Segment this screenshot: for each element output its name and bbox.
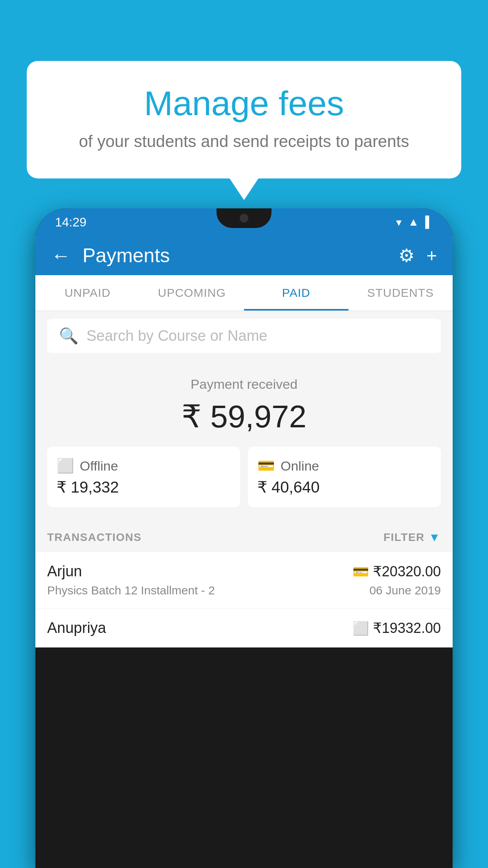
payment-total: ₹ 59,972 <box>47 398 441 435</box>
notch <box>216 208 272 228</box>
filter-button[interactable]: FILTER ▼ <box>383 531 441 544</box>
transaction-amount-row: ⬜ ₹19332.00 <box>352 620 441 636</box>
camera <box>240 214 248 223</box>
transaction-date: 06 June 2019 <box>369 584 441 597</box>
phone-container: 14:29 ▾ ▲ ▌ ← Payments ⚙ + <box>35 208 453 868</box>
tabs-bar: UNPAID UPCOMING PAID STUDENTS <box>35 275 453 311</box>
speech-bubble: Manage fees of your students and send re… <box>27 61 461 178</box>
bubble-subtitle: of your students and send receipts to pa… <box>58 132 430 151</box>
phone-frame: 14:29 ▾ ▲ ▌ ← Payments ⚙ + <box>35 208 453 868</box>
payment-summary: Payment received ₹ 59,972 ⬜ Offline ₹ 19… <box>35 361 453 523</box>
signal-icon: ▲ <box>408 216 419 228</box>
settings-button[interactable]: ⚙ <box>398 245 415 266</box>
offline-label: Offline <box>80 458 118 474</box>
search-container: 🔍 Search by Course or Name <box>35 311 453 361</box>
transactions-header: TRANSACTIONS FILTER ▼ <box>35 523 453 552</box>
transaction-list: Arjun 💳 ₹20320.00 Physics Batch 12 Insta… <box>35 552 453 647</box>
online-card: 💳 Online ₹ 40,640 <box>248 447 441 507</box>
transaction-amount: ₹19332.00 <box>373 620 441 636</box>
bubble-title: Manage fees <box>58 85 430 123</box>
offline-card: ⬜ Offline ₹ 19,332 <box>47 447 240 507</box>
tab-upcoming[interactable]: UPCOMING <box>140 275 244 311</box>
payment-type-icon: ⬜ <box>352 620 369 636</box>
speech-bubble-container: Manage fees of your students and send re… <box>27 61 461 178</box>
search-input[interactable]: Search by Course or Name <box>86 327 267 344</box>
table-row[interactable]: Arjun 💳 ₹20320.00 Physics Batch 12 Insta… <box>35 552 453 609</box>
status-icons: ▾ ▲ ▌ <box>396 216 433 229</box>
search-icon: 🔍 <box>59 327 79 345</box>
tab-paid[interactable]: PAID <box>244 275 349 311</box>
offline-amount: ₹ 19,332 <box>57 478 231 496</box>
search-bar[interactable]: 🔍 Search by Course or Name <box>47 319 441 353</box>
payment-cards: ⬜ Offline ₹ 19,332 💳 Online ₹ 40,640 <box>47 447 441 507</box>
online-label: Online <box>281 458 319 474</box>
payment-label: Payment received <box>47 377 441 392</box>
wifi-icon: ▾ <box>396 216 402 229</box>
transaction-name: Anupriya <box>47 620 106 636</box>
status-bar: 14:29 ▾ ▲ ▌ <box>35 208 453 236</box>
add-button[interactable]: + <box>426 245 437 266</box>
transaction-name: Arjun <box>47 563 82 580</box>
offline-icon: ⬜ <box>57 458 74 474</box>
table-row[interactable]: Anupriya ⬜ ₹19332.00 <box>35 609 453 647</box>
status-time: 14:29 <box>55 215 86 230</box>
header-icons: ⚙ + <box>398 245 437 266</box>
filter-icon: ▼ <box>429 531 441 544</box>
transaction-amount: ₹20320.00 <box>373 563 441 580</box>
online-icon: 💳 <box>257 458 275 474</box>
battery-icon: ▌ <box>425 216 433 228</box>
online-amount: ₹ 40,640 <box>257 478 431 496</box>
app-header: ← Payments ⚙ + <box>35 236 453 275</box>
payment-type-icon: 💳 <box>352 564 369 579</box>
page-title: Payments <box>83 244 398 267</box>
back-button[interactable]: ← <box>51 244 71 267</box>
tab-unpaid[interactable]: UNPAID <box>35 275 140 311</box>
phone-screen: ← Payments ⚙ + UNPAID UPCOMING PAID <box>35 236 453 647</box>
filter-label: FILTER <box>383 531 425 544</box>
transaction-amount-row: 💳 ₹20320.00 <box>352 563 441 580</box>
transactions-label: TRANSACTIONS <box>47 531 141 544</box>
tab-students[interactable]: STUDENTS <box>349 275 453 311</box>
transaction-course: Physics Batch 12 Installment - 2 <box>47 584 215 597</box>
